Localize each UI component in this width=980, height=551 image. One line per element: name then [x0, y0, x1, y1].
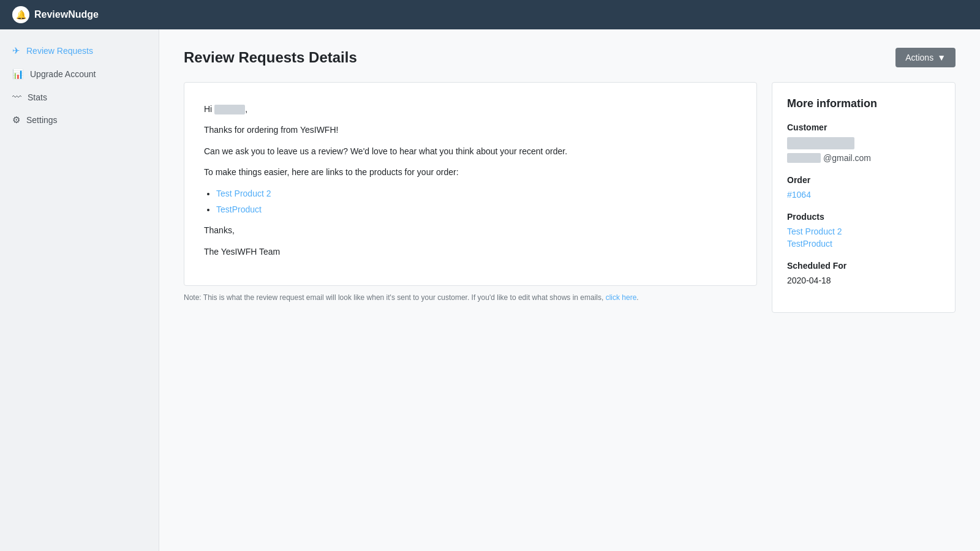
- click-here-link[interactable]: click here: [606, 293, 637, 302]
- customer-email: @gmail.com: [787, 153, 940, 163]
- actions-button[interactable]: Actions ▼: [895, 48, 956, 67]
- logo-icon: 🔔: [12, 6, 29, 23]
- stats-icon: 〰: [12, 92, 21, 102]
- products-links: Test Product 2 TestProduct: [787, 227, 940, 249]
- sidebar-item-settings[interactable]: ⚙ Settings: [0, 108, 159, 132]
- product-link-1[interactable]: Test Product 2: [787, 227, 940, 236]
- product-link-2[interactable]: TestProduct: [787, 239, 940, 249]
- actions-label: Actions: [905, 53, 933, 62]
- page-header: Review Requests Details Actions ▼: [184, 48, 956, 67]
- sidebar-item-review-requests[interactable]: ✈ Review Requests: [0, 39, 159, 62]
- email-preview-wrapper: Hi , Thanks for ordering from YesIWFH! C…: [184, 82, 757, 302]
- email-note-suffix: .: [636, 293, 638, 302]
- email-product-link-2[interactable]: TestProduct: [216, 204, 262, 214]
- send-icon: ✈: [12, 45, 20, 56]
- sidebar: ✈ Review Requests 📊 Upgrade Account 〰 St…: [0, 29, 159, 551]
- email-team-name: The YesIWFH Team: [204, 245, 737, 258]
- email-line2: Can we ask you to leave us a review? We'…: [204, 144, 737, 158]
- greeting-text: Hi: [204, 104, 212, 114]
- email-product-item-2: TestProduct: [216, 203, 737, 216]
- app-name: ReviewNudge: [34, 9, 99, 20]
- sidebar-item-stats[interactable]: 〰 Stats: [0, 86, 159, 108]
- bar-chart-icon: 📊: [12, 69, 24, 80]
- email-greeting: Hi ,: [204, 102, 737, 116]
- scheduled-date: 2020-04-18: [787, 276, 940, 285]
- order-number[interactable]: #1064: [787, 190, 940, 200]
- scheduled-section: Scheduled For 2020-04-18: [787, 261, 940, 285]
- sidebar-label-settings: Settings: [26, 115, 58, 125]
- customer-email-suffix: @gmail.com: [823, 153, 871, 163]
- greeting-suffix: ,: [245, 104, 247, 114]
- products-section: Products Test Product 2 TestProduct: [787, 212, 940, 249]
- products-label: Products: [787, 212, 940, 222]
- logo-area: 🔔 ReviewNudge: [12, 6, 99, 23]
- email-card: Hi , Thanks for ordering from YesIWFH! C…: [184, 82, 757, 286]
- info-panel-title: More information: [787, 97, 940, 110]
- page-title: Review Requests Details: [184, 49, 357, 66]
- customer-name-redacted-block: [787, 137, 854, 149]
- email-product-item-1: Test Product 2: [216, 187, 737, 200]
- chevron-down-icon: ▼: [937, 53, 946, 62]
- content-grid: Hi , Thanks for ordering from YesIWFH! C…: [184, 82, 956, 313]
- email-product-list: Test Product 2 TestProduct: [204, 187, 737, 217]
- layout: ✈ Review Requests 📊 Upgrade Account 〰 St…: [0, 29, 980, 551]
- sidebar-label-stats: Stats: [28, 92, 47, 102]
- gear-icon: ⚙: [12, 114, 20, 126]
- sidebar-label-review-requests: Review Requests: [26, 46, 93, 56]
- email-product-link-1[interactable]: Test Product 2: [216, 189, 271, 198]
- email-line1: Thanks for ordering from YesIWFH!: [204, 123, 737, 137]
- email-note: Note: This is what the review request em…: [184, 293, 757, 302]
- order-section: Order #1064: [787, 175, 940, 200]
- customer-section: Customer @gmail.com: [787, 122, 940, 163]
- customer-label: Customer: [787, 122, 940, 132]
- info-panel: More information Customer @gmail.com Ord…: [772, 82, 956, 313]
- customer-email-redacted: [787, 153, 821, 163]
- scheduled-for-label: Scheduled For: [787, 261, 940, 271]
- customer-name-redacted: [214, 105, 245, 114]
- email-line3: To make things easier, here are links to…: [204, 165, 737, 179]
- email-sign-off: Thanks,: [204, 223, 737, 237]
- top-nav: 🔔 ReviewNudge: [0, 0, 980, 29]
- sidebar-item-upgrade-account[interactable]: 📊 Upgrade Account: [0, 62, 159, 86]
- sidebar-label-upgrade-account: Upgrade Account: [30, 69, 96, 79]
- main-content: Review Requests Details Actions ▼ Hi , T…: [159, 29, 980, 551]
- order-label: Order: [787, 175, 940, 185]
- email-note-text: Note: This is what the review request em…: [184, 293, 603, 302]
